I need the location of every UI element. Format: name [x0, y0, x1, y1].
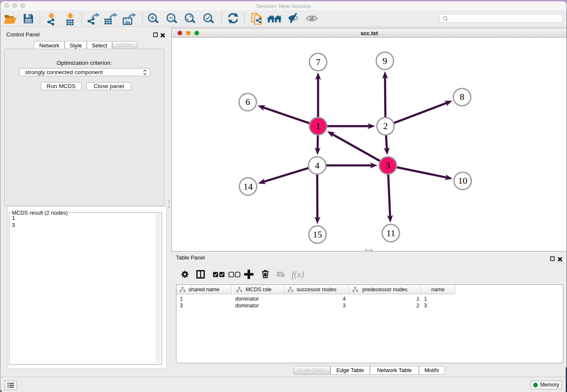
svg-text:9: 9 — [383, 55, 387, 66]
svg-text:6: 6 — [245, 97, 250, 107]
svg-text:14: 14 — [243, 181, 253, 192]
svg-text:2: 2 — [383, 121, 388, 131]
svg-text:4: 4 — [315, 160, 319, 171]
svg-text:11: 11 — [386, 228, 395, 238]
svg-text:1: 1 — [316, 121, 320, 131]
svg-text:3: 3 — [385, 160, 390, 171]
svg-text:10: 10 — [458, 175, 467, 186]
svg-text:15: 15 — [313, 229, 322, 240]
svg-text:7: 7 — [316, 57, 320, 67]
svg-text:8: 8 — [460, 91, 465, 102]
